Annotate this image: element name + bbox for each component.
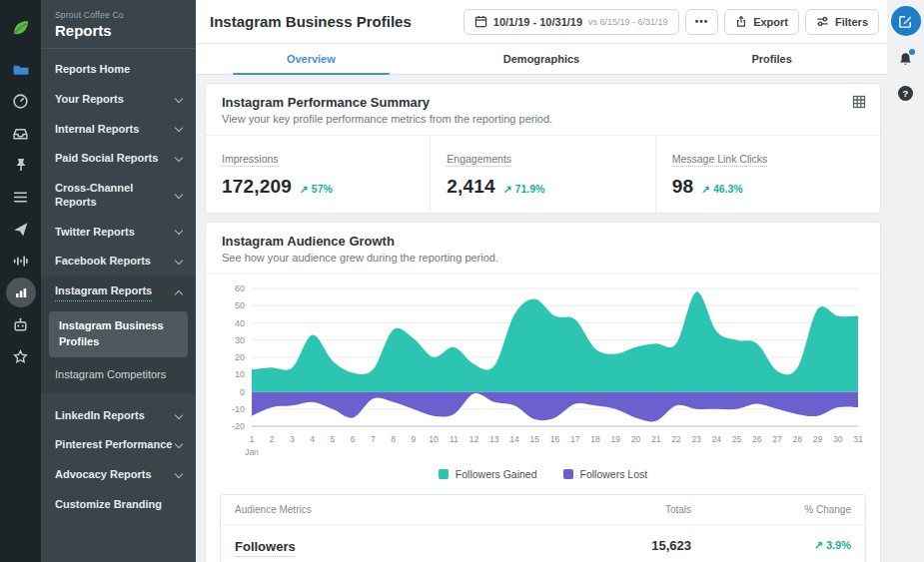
- compose-button[interactable]: [891, 6, 921, 36]
- row-label[interactable]: Followers: [235, 539, 296, 557]
- export-icon: [735, 15, 747, 28]
- metric-impressions: Impressions 172,209 ↗ 57%: [206, 136, 430, 213]
- sidebar-item-your-reports[interactable]: Your Reports: [41, 85, 196, 115]
- metric-label[interactable]: Engagements: [447, 153, 511, 167]
- svg-text:15: 15: [530, 434, 540, 444]
- audience-growth-chart: -20-100102030405060123456789101112131415…: [206, 275, 880, 466]
- sidebar-item-advocacy-reports[interactable]: Advocacy Reports: [41, 460, 196, 490]
- metric-value: 172,209: [222, 176, 292, 198]
- metric-value: 98: [672, 176, 694, 198]
- metric-change: ↗ 57%: [300, 183, 333, 195]
- date-range-button[interactable]: 10/1/19 - 10/31/19 vs 6/15/19 - 6/31/19: [463, 9, 679, 35]
- chevron-down-icon: [175, 257, 183, 265]
- metric-change: ↗ 46.3%: [701, 183, 743, 195]
- svg-text:10: 10: [235, 369, 245, 379]
- sidebar-item-cross-channel-reports[interactable]: Cross-Channel Reports: [41, 174, 196, 218]
- help-icon[interactable]: ?: [895, 82, 917, 104]
- sidebar-item-customize-branding[interactable]: Customize Branding: [41, 490, 196, 520]
- pin-icon[interactable]: [6, 150, 36, 180]
- svg-text:20: 20: [235, 352, 245, 362]
- svg-text:3: 3: [290, 434, 295, 444]
- filters-label: Filters: [835, 16, 868, 28]
- metric-engagements: Engagements 2,414 ↗ 71.9%: [430, 136, 654, 213]
- svg-text:40: 40: [235, 318, 245, 328]
- svg-text:24: 24: [712, 434, 722, 444]
- chevron-down-icon: [175, 410, 183, 418]
- tab-profiles[interactable]: Profiles: [656, 44, 887, 74]
- metric-message-link-clicks: Message Link Clicks 98 ↗ 46.3%: [655, 136, 880, 213]
- main-area: Instagram Business Profiles 10/1/19 - 10…: [196, 0, 924, 562]
- audience-growth-header: Instagram Audience Growth See how your a…: [206, 223, 880, 275]
- legend-followers-gained[interactable]: Followers Gained: [439, 468, 537, 480]
- up-arrow-icon: ↗: [300, 183, 309, 195]
- table-view-icon[interactable]: [852, 95, 866, 113]
- sprout-logo-icon[interactable]: [6, 14, 36, 44]
- notification-dot: [909, 49, 915, 55]
- audience-growth-title: Instagram Audience Growth: [222, 234, 864, 249]
- svg-text:5: 5: [331, 434, 336, 444]
- more-options-button[interactable]: •••: [685, 9, 719, 35]
- chevron-down-icon: [175, 94, 183, 102]
- svg-text:-20: -20: [232, 421, 245, 431]
- sidebar-item-instagram-reports[interactable]: Instagram Reports: [41, 277, 196, 309]
- sidebar-item-facebook-reports[interactable]: Facebook Reports: [41, 247, 196, 277]
- sidebar-item-paid-social-reports[interactable]: Paid Social Reports: [41, 144, 196, 174]
- summary-metrics: Impressions 172,209 ↗ 57% Engagements 2,…: [206, 136, 880, 213]
- column-header-totals: Totals: [541, 504, 691, 515]
- svg-text:18: 18: [590, 434, 600, 444]
- report-content: Instagram Performance Summary View your …: [196, 75, 887, 562]
- metric-change: ↗ 71.9%: [503, 183, 545, 195]
- svg-text:9: 9: [411, 434, 416, 444]
- date-range-label: 10/1/19 - 10/31/19: [493, 16, 582, 28]
- export-button[interactable]: Export: [724, 9, 799, 35]
- tab-demographics[interactable]: Demographics: [427, 44, 657, 74]
- header-actions: 10/1/19 - 10/31/19 vs 6/15/19 - 6/31/19 …: [463, 9, 879, 35]
- sidebar-item-internal-reports[interactable]: Internal Reports: [41, 115, 196, 145]
- sidebar-item-instagram-business-profiles[interactable]: Instagram Business Profiles: [49, 311, 188, 357]
- sidebar-item-reports-home[interactable]: Reports Home: [41, 55, 196, 85]
- svg-text:26: 26: [752, 434, 762, 444]
- filters-button[interactable]: Filters: [805, 9, 879, 35]
- reports-bar-chart-icon[interactable]: [6, 278, 36, 307]
- bot-automation-icon[interactable]: [6, 309, 36, 339]
- metric-value: 2,414: [447, 176, 495, 198]
- chevron-down-icon: [175, 124, 183, 132]
- sidebar-item-linkedin-reports[interactable]: LinkedIn Reports: [41, 401, 196, 431]
- area-chart-svg: -20-100102030405060123456789101112131415…: [222, 282, 866, 462]
- plans-folder-icon[interactable]: [6, 54, 36, 84]
- svg-text:7: 7: [371, 434, 376, 444]
- company-name: Sprout Coffee Co: [55, 10, 182, 20]
- feeds-list-icon[interactable]: [6, 182, 36, 212]
- publishing-paper-plane-icon[interactable]: [6, 214, 36, 244]
- tab-overview[interactable]: Overview: [196, 44, 427, 74]
- chevron-down-icon: [175, 440, 183, 448]
- svg-text:17: 17: [570, 434, 580, 444]
- svg-text:25: 25: [732, 434, 742, 444]
- sidebar-spacer: [41, 393, 196, 401]
- sidebar-item-instagram-competitors[interactable]: Instagram Competitors: [41, 361, 196, 387]
- chart-legend: Followers Gained Followers Lost: [206, 466, 880, 492]
- notifications-bell-icon[interactable]: [895, 48, 917, 70]
- svg-text:60: 60: [235, 283, 245, 293]
- column-header-percent-change: % Change: [691, 504, 851, 515]
- legend-followers-lost[interactable]: Followers Lost: [563, 468, 648, 480]
- followers-lost-swatch-icon: [563, 469, 573, 479]
- svg-text:Jan: Jan: [245, 447, 259, 457]
- report-tabs: Overview Demographics Profiles: [196, 44, 887, 75]
- sidebar-item-pinterest-performance[interactable]: Pinterest Performance: [41, 430, 196, 460]
- metric-label[interactable]: Message Link Clicks: [672, 153, 768, 167]
- up-arrow-icon: ↗: [503, 183, 512, 195]
- dashboard-gauge-icon[interactable]: [6, 86, 36, 116]
- row-total: 15,623: [541, 538, 691, 553]
- listening-equalizer-icon[interactable]: [6, 246, 36, 276]
- svg-text:29: 29: [813, 434, 823, 444]
- filters-icon: [816, 15, 829, 28]
- page-title: Instagram Business Profiles: [210, 13, 412, 30]
- reviews-star-icon[interactable]: [6, 341, 36, 371]
- metric-label[interactable]: Impressions: [222, 153, 279, 167]
- svg-text:10: 10: [429, 434, 439, 444]
- inbox-icon[interactable]: [6, 118, 36, 148]
- report-header: Instagram Business Profiles 10/1/19 - 10…: [196, 0, 887, 44]
- sidebar-item-twitter-reports[interactable]: Twitter Reports: [41, 218, 196, 248]
- svg-text:21: 21: [651, 434, 661, 444]
